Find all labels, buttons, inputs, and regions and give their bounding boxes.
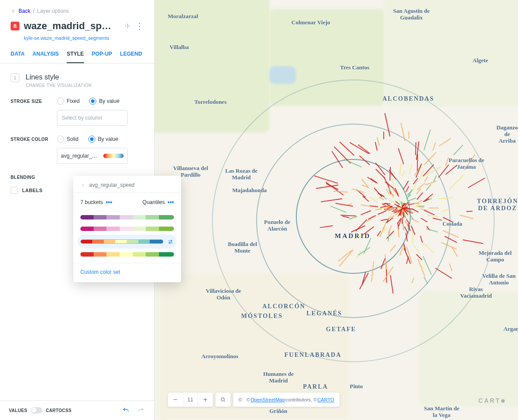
water-tint [269,66,296,84]
stroke-color-byvalue-radio[interactable]: By value [88,136,118,143]
city-label: LEGANÉS [306,310,342,317]
ramp-icon [80,227,174,231]
radio-label: Fixed [67,98,79,104]
ramp-icon [80,215,174,219]
values-cartocss-toggle[interactable] [31,407,42,413]
toggle-values-label: VALUES [9,408,27,413]
copyright-icon: © [238,397,246,402]
attribution-bar: © © OpenStreetMap contributors, © CARTO [233,393,340,407]
carto-link[interactable]: CARTO [318,397,334,402]
section-subtitle: CHANGE THE VISUALIZATION [26,83,92,88]
city-label: San Agustín deGuadalix [393,8,430,21]
city-label: RivasVaciamadrid [460,286,492,299]
osm-link[interactable]: OpenStreetMap [250,397,285,402]
method-label: Quantiles [143,199,165,205]
city-label: Tres Cantos [340,64,369,71]
city-label: Velilla de SanAntonio [482,273,515,286]
stroke-color-column: avg_regular_s… [61,153,100,159]
stroke-color-label: STROKE COLOR [11,136,57,142]
center-icon[interactable] [124,23,131,30]
popover-column-name: avg_regular_speed [89,182,135,188]
city-label: Villaviciosa deOdón [206,288,241,301]
buckets-label: 7 buckets [80,199,103,205]
city-label: Arganda [503,326,518,333]
logo-dot-icon [501,399,505,403]
stroke-size-column-select[interactable]: Select by column [57,110,128,126]
breadcrumb-section: Layer options [37,8,69,14]
custom-color-link[interactable]: Custom color set [80,269,120,275]
city-label: Coslada [442,221,462,227]
city-label: Torrelodones [194,99,227,106]
section-title: Lines style [26,73,92,81]
stroke-color-field[interactable]: avg_regular_s… [57,148,128,164]
city-label: Pozuelo deAlarcón [264,219,291,232]
search-icon [220,397,226,403]
stroke-size-label: STROKE SIZE [11,98,57,104]
back-arrow-icon[interactable] [11,8,16,14]
search-button[interactable] [216,393,231,407]
city-label: GETAFE [326,326,356,333]
reverse-ramp-icon[interactable] [167,238,174,245]
back-link[interactable]: Back [19,8,30,14]
undo-icon[interactable] [121,407,130,414]
city-label: ALCOBENDAS [382,95,434,102]
tab-data[interactable]: DATA [11,51,25,63]
svg-point-0 [127,26,128,26]
city-label: Villalba [170,44,189,51]
ramp-option[interactable] [78,212,177,223]
ramp-icon [80,252,174,257]
color-ramp-popover: avg_regular_speed 7 buckets ••• Quantile… [73,176,181,282]
kebab-menu-icon[interactable]: ⋮ [136,22,144,30]
map-controls: − 11 + © © OpenStreetMap contributors, ©… [168,393,340,407]
city-label: ALCORCÓN [262,303,306,310]
radio-label: By value [99,98,119,104]
ramp-icon [80,239,163,244]
ramp-list[interactable] [73,212,181,263]
stroke-size-fixed-radio[interactable]: Fixed [57,98,79,105]
buckets-menu-icon[interactable]: ••• [106,199,112,205]
zoom-out-button[interactable]: − [168,393,183,407]
stroke-size-byvalue-radio[interactable]: By value [89,98,119,105]
city-label: San Martín dela Vega [424,405,459,419]
city-label: FUENLABRADA [284,352,341,359]
tab-style[interactable]: STYLE [67,51,84,63]
city-label: PARLA [303,383,328,390]
radio-label: By value [98,136,118,142]
ramp-option[interactable] [78,249,177,260]
stroke-color-solid-radio[interactable]: Solid [57,136,79,143]
city-label: TORREJÓNDE ARDOZ [477,198,518,212]
ramp-option[interactable] [78,235,177,249]
breadcrumb: Back / Layer options [11,8,144,14]
terrain-tint [155,0,269,132]
city-label: Colmenar Viejo [291,19,330,26]
ramp-option[interactable] [78,223,177,235]
tab-analysis[interactable]: ANALYSIS [33,51,59,63]
city-label: Daganzo deArriba [496,125,518,144]
city-label: Paracuellos deJarama [449,157,484,170]
map-canvas[interactable]: MoralzarzalSan Agustín deGuadalixColmena… [155,0,518,420]
toggle-cartocss-label: CARTOCSS [46,408,72,413]
step-number: 1 [11,73,19,82]
tab-legend[interactable]: LEGEND [120,51,142,63]
city-label: Mejorada delCampo [479,250,512,263]
tab-popup[interactable]: POP-UP [92,51,112,63]
method-menu-icon[interactable]: ••• [167,199,174,205]
dataset-link[interactable]: kyle-se.waze_madrid_speed_segments [24,35,109,41]
city-label: Boadilla delMonte [228,241,257,254]
labels-label: LABELS [22,188,42,193]
attrib-text: © [246,397,250,402]
radio-label: Solid [67,136,79,142]
zoom-in-button[interactable]: + [198,393,213,407]
city-label: Algete [473,57,488,64]
city-label: Pinto [350,383,363,390]
city-label: Majadahonda [232,187,267,194]
back-arrow-icon[interactable] [80,182,86,188]
labels-checkbox[interactable] [11,187,18,194]
svg-point-1 [221,398,224,401]
redo-icon[interactable] [136,407,145,414]
zoom-level: 11 [183,393,198,407]
city-label: MÓSTOLES [241,313,283,320]
city-label: Moralzarzal [168,13,198,20]
city-label: MADRID [335,232,371,240]
city-label: Arroyomolinos [201,353,238,360]
